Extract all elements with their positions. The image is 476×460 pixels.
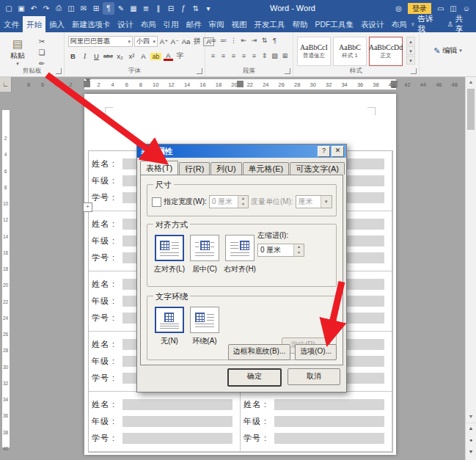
font-color-icon[interactable]: A — [164, 52, 173, 61]
styles-dialog-launcher[interactable] — [411, 68, 417, 74]
style-card-selected[interactable]: AaBbCcDd 正文 — [369, 37, 403, 66]
ribbon-tab[interactable]: 布局 — [388, 16, 411, 32]
dialog-title-bar[interactable]: 表格属性 ? ✕ — [137, 145, 346, 158]
field-label[interactable]: 姓名 : — [92, 399, 122, 410]
insert-table-icon[interactable]: ⊞ — [90, 2, 102, 15]
field-input-area[interactable] — [274, 399, 384, 410]
scroll-down-icon[interactable]: ▼ — [466, 412, 476, 422]
smiley-feedback-icon[interactable]: ☺ — [463, 4, 470, 12]
draw-table-icon[interactable]: ✎ — [115, 2, 127, 15]
vertical-ruler[interactable]: 246810121416182022242628303234363840 — [0, 92, 11, 460]
left-indent-spinner[interactable]: 0 厘米 ▲▼ — [257, 244, 304, 257]
window-icon[interactable]: ◫ — [450, 4, 456, 12]
ribbon-tab[interactable]: 帮助 — [289, 16, 312, 32]
style-scroll-down-icon[interactable]: ▾ — [406, 46, 415, 55]
tell-me-control[interactable]: ♀ 告诉我 — [411, 14, 440, 34]
share-control[interactable]: ♙ 共享 — [447, 14, 470, 34]
field-input-area[interactable] — [274, 416, 384, 427]
field-label[interactable]: 学号 : — [92, 433, 122, 444]
ribbon-tab[interactable]: 开发工具 — [251, 16, 289, 32]
ribbon-tab[interactable]: 审阅 — [205, 16, 228, 32]
first-line-indent-marker[interactable] — [85, 79, 91, 82]
field-label[interactable]: 姓名 : — [92, 339, 122, 350]
field-label[interactable]: 姓名 : — [92, 219, 122, 230]
field-label[interactable]: 年级 : — [92, 296, 122, 307]
field-input-area[interactable] — [122, 399, 232, 410]
align-right-tile[interactable] — [225, 235, 255, 261]
presence-icon[interactable]: ◎ — [395, 4, 402, 12]
borders-icon[interactable]: ⊞ — [281, 52, 289, 59]
save-icon[interactable]: ▣ — [15, 2, 27, 15]
dialog-tab[interactable]: 表格(T) — [140, 161, 178, 175]
grow-font-icon[interactable]: A⁺ — [159, 37, 169, 45]
field-label[interactable]: 学号 : — [92, 373, 122, 384]
spinner-arrows[interactable]: ▲▼ — [293, 244, 304, 256]
copy-icon[interactable]: ❏ — [37, 48, 47, 56]
style-card[interactable]: AaBbCcI 普通值左 — [297, 37, 331, 66]
ribbon-tab[interactable]: 开始 — [23, 16, 45, 32]
ok-button[interactable]: 确定 — [227, 368, 282, 387]
redo-icon[interactable]: ↷ — [40, 2, 52, 15]
undo-icon[interactable]: ↶ — [28, 2, 40, 15]
field-input-area[interactable] — [122, 416, 232, 427]
subscript-icon[interactable]: x₂ — [115, 52, 125, 60]
highlight-color-icon[interactable]: ab — [150, 53, 161, 60]
ribbon-tab[interactable]: PDF工具集 — [312, 16, 358, 32]
ribbon-tab[interactable]: 布局 — [137, 16, 160, 32]
decrease-indent-icon[interactable]: ⇤ — [240, 37, 248, 44]
ribbon-tab[interactable]: 文件 — [0, 16, 23, 32]
table-cell[interactable]: 姓名 : 年级 : 学号 : — [89, 392, 241, 452]
paste-button[interactable]: ▤ 粘贴 ▾ — [6, 36, 29, 68]
customize-qat-icon[interactable]: ▾ — [202, 2, 214, 15]
field-label[interactable]: 姓名 : — [244, 399, 274, 410]
previous-page-icon[interactable]: ▲ — [466, 423, 476, 434]
bullets-icon[interactable]: ≔ — [209, 37, 217, 44]
next-page-icon[interactable]: ▼ — [466, 447, 476, 457]
line-spacing-icon[interactable]: ⇕ — [260, 52, 268, 59]
align-left-tile[interactable] — [155, 235, 184, 261]
font-name-combo[interactable]: 阿里巴巴普惠 ▾ — [68, 36, 133, 47]
style-gallery-more-icon[interactable]: ▾ — [406, 56, 415, 65]
justify-icon[interactable]: ≡ — [240, 52, 248, 59]
shading-icon[interactable]: ▨ — [271, 52, 279, 59]
align-center-tile[interactable] — [190, 235, 219, 261]
view-gridlines-icon[interactable]: ▦ — [128, 2, 139, 15]
scroll-up-icon[interactable]: ▲ — [466, 77, 476, 87]
field-label[interactable]: 年级 : — [92, 175, 122, 186]
clipboard-dialog-launcher[interactable] — [56, 68, 62, 74]
dialog-tab[interactable]: 行(R) — [179, 162, 210, 175]
strikethrough-icon[interactable]: abc — [103, 53, 113, 59]
ribbon-tab[interactable]: 邮件 — [183, 16, 205, 32]
cancel-button[interactable]: 取消 — [288, 368, 340, 385]
table-column-marker[interactable] — [237, 81, 244, 87]
borders-and-shading-button[interactable]: 边框和底纹(B)... — [228, 344, 291, 360]
shrink-font-icon[interactable]: A⁻ — [170, 37, 180, 45]
style-card[interactable]: AaBbC 样式 1 — [333, 37, 367, 66]
paragraph-dialog-launcher[interactable] — [285, 68, 290, 74]
ribbon-display-options-icon[interactable]: ▭ — [437, 4, 444, 12]
phonetic-guide-icon[interactable]: 拼 — [192, 37, 202, 46]
dialog-help-button[interactable]: ? — [318, 146, 330, 157]
word-logo-icon[interactable]: ▢ — [3, 2, 15, 15]
ribbon-tab[interactable]: 新建选项卡 — [68, 16, 114, 32]
select-browse-object-icon[interactable]: ● — [466, 435, 476, 445]
print-icon[interactable]: ⎙ — [53, 2, 65, 15]
text-effects-icon[interactable]: A — [139, 52, 148, 60]
cut-icon[interactable]: ✂ — [37, 37, 47, 45]
dialog-tab[interactable]: 列(U) — [210, 162, 241, 175]
formatting-marks-icon[interactable]: ¶ — [103, 2, 114, 15]
enclose-character-icon[interactable]: 字 — [175, 51, 185, 61]
change-case-icon[interactable]: Aa — [181, 37, 191, 45]
wrap-around-tile[interactable] — [190, 307, 219, 333]
field-label[interactable]: 学号 : — [92, 252, 122, 263]
dialog-close-button[interactable]: ✕ — [332, 146, 344, 157]
print-preview-icon[interactable]: ◫ — [65, 2, 77, 15]
field-label[interactable]: 姓名 : — [92, 158, 122, 169]
font-dialog-launcher[interactable] — [197, 68, 202, 74]
field-label[interactable]: 年级 : — [92, 416, 122, 427]
formula-icon[interactable]: ƒ — [177, 2, 189, 15]
table-cell[interactable]: 姓名 : 年级 : 学号 : — [241, 392, 392, 452]
editing-button[interactable]: ✎ 编辑 ▾ — [433, 45, 462, 56]
scrollbar-thumb[interactable] — [467, 89, 475, 130]
bold-icon[interactable]: B — [68, 52, 78, 60]
